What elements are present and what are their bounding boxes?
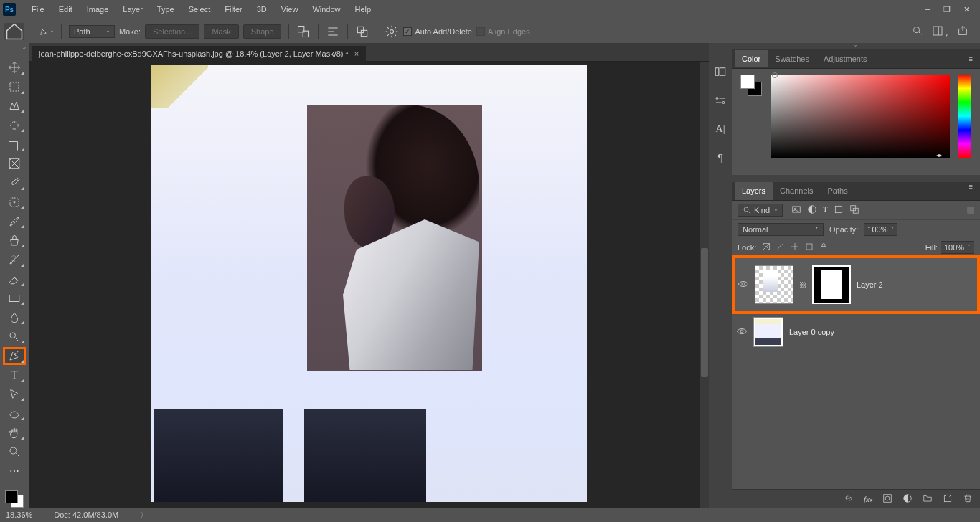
menu-edit[interactable]: Edit xyxy=(52,5,80,14)
marquee-tool[interactable] xyxy=(4,80,24,95)
edit-toolbar-icon[interactable]: ⋯ xyxy=(4,464,24,479)
tab-paths[interactable]: Paths xyxy=(821,182,855,200)
lock-artboard-icon[interactable] xyxy=(805,242,814,252)
doc-info[interactable]: Doc: 42.0M/83.0M xyxy=(54,511,118,519)
link-layers-icon[interactable] xyxy=(844,493,854,505)
blend-mode-select[interactable]: Normal▼ xyxy=(738,223,824,236)
healing-brush-tool[interactable] xyxy=(4,195,24,210)
color-picker[interactable] xyxy=(771,75,950,158)
lock-transparency-icon[interactable] xyxy=(762,242,771,252)
layer-name[interactable]: Layer 2 xyxy=(857,280,883,289)
filter-smart-icon[interactable] xyxy=(849,204,859,216)
color-panel-menu-icon[interactable]: ≡ xyxy=(969,54,977,63)
eraser-tool[interactable] xyxy=(4,272,24,287)
new-group-icon[interactable] xyxy=(923,493,933,505)
menu-layer[interactable]: Layer xyxy=(116,5,150,14)
close-tab-icon[interactable]: × xyxy=(354,49,359,58)
tab-swatches[interactable]: Swatches xyxy=(768,50,816,67)
zoom-tool[interactable] xyxy=(4,445,24,460)
menu-view[interactable]: View xyxy=(274,5,306,14)
vertical-scrollbar[interactable] xyxy=(700,62,709,508)
layer-row[interactable]: ⛓ Layer 2 xyxy=(732,255,980,314)
layer-mask-thumbnail[interactable] xyxy=(812,265,851,304)
pen-tool[interactable] xyxy=(4,348,24,364)
foreground-background-swatch[interactable] xyxy=(5,490,24,508)
share-icon[interactable] xyxy=(957,25,969,38)
window-close-icon[interactable]: ✕ xyxy=(963,5,970,14)
search-icon[interactable] xyxy=(912,25,923,38)
character-panel-icon[interactable]: A| xyxy=(713,122,727,136)
mask-link-icon[interactable]: ⛓ xyxy=(799,281,806,289)
collapse-panels-icon[interactable]: » xyxy=(732,43,980,49)
workspace-switcher-icon[interactable]: ▼ xyxy=(932,25,948,38)
layer-row[interactable]: Layer 0 copy xyxy=(732,314,980,350)
window-restore-icon[interactable]: ❐ xyxy=(943,5,951,14)
shape-tool[interactable] xyxy=(4,406,24,421)
home-button[interactable] xyxy=(4,23,24,40)
move-tool[interactable] xyxy=(4,60,24,75)
layer-style-icon[interactable]: fx▾ xyxy=(864,495,872,503)
type-tool[interactable] xyxy=(4,368,24,383)
layer-filter-kind[interactable]: Kind▼ xyxy=(738,204,783,217)
filter-pixel-icon[interactable] xyxy=(791,204,801,216)
align-edges-checkbox[interactable]: Align Edges xyxy=(476,27,530,36)
filter-adjustment-icon[interactable] xyxy=(807,204,817,216)
lock-all-icon[interactable] xyxy=(819,242,828,252)
new-layer-icon[interactable] xyxy=(943,493,953,505)
hand-tool[interactable] xyxy=(4,425,24,440)
make-mask-button[interactable]: Mask xyxy=(204,24,238,39)
layer-thumbnail[interactable] xyxy=(753,317,783,347)
menu-3d[interactable]: 3D xyxy=(250,5,274,14)
tab-channels[interactable]: Channels xyxy=(773,182,820,200)
tool-mode-select[interactable]: Path▼ xyxy=(69,25,115,38)
quick-select-tool[interactable] xyxy=(4,118,24,133)
path-alignment-icon[interactable] xyxy=(326,24,340,39)
fill-input[interactable]: 100%▼ xyxy=(941,241,974,254)
window-minimize-icon[interactable]: ─ xyxy=(925,5,930,14)
new-adjustment-layer-icon[interactable] xyxy=(903,493,913,505)
delete-layer-icon[interactable] xyxy=(963,493,973,505)
menu-help[interactable]: Help xyxy=(348,5,379,14)
document-tab[interactable]: jean-philippe-delberghe-exBd9GXAFhs-unsp… xyxy=(32,46,366,62)
filter-toggle[interactable] xyxy=(967,207,974,214)
lock-position-icon[interactable] xyxy=(791,242,799,252)
history-brush-tool[interactable] xyxy=(4,252,24,267)
eyedropper-tool[interactable] xyxy=(4,176,24,191)
make-selection-button[interactable]: Selection... xyxy=(145,24,199,39)
add-mask-icon[interactable] xyxy=(882,493,892,505)
tab-adjustments[interactable]: Adjustments xyxy=(816,50,875,67)
menu-image[interactable]: Image xyxy=(80,5,116,14)
color-foreground-background[interactable] xyxy=(740,75,762,96)
menu-file[interactable]: File xyxy=(24,5,52,14)
path-operations-icon[interactable] xyxy=(296,24,311,39)
history-panel-icon[interactable] xyxy=(713,65,727,79)
filter-shape-icon[interactable] xyxy=(834,204,844,216)
menu-filter[interactable]: Filter xyxy=(217,5,249,14)
gradient-tool[interactable] xyxy=(4,291,24,306)
layer-name[interactable]: Layer 0 copy xyxy=(789,328,834,336)
frame-tool[interactable] xyxy=(4,156,24,171)
path-arrangement-icon[interactable] xyxy=(355,24,369,39)
gear-icon[interactable] xyxy=(385,24,399,39)
tab-layers[interactable]: Layers xyxy=(735,182,773,200)
document-canvas[interactable] xyxy=(151,65,587,502)
auto-add-delete-checkbox[interactable]: ✓Auto Add/Delete xyxy=(403,27,472,36)
zoom-level[interactable]: 18.36% xyxy=(6,511,32,519)
layers-panel-menu-icon[interactable]: ≡ xyxy=(969,182,977,200)
make-shape-button[interactable]: Shape xyxy=(243,24,282,39)
tab-color[interactable]: Color xyxy=(735,50,768,67)
dodge-tool[interactable] xyxy=(4,329,24,344)
clone-stamp-tool[interactable] xyxy=(4,233,24,248)
lasso-tool[interactable] xyxy=(4,99,24,114)
lock-paint-icon[interactable] xyxy=(776,242,785,252)
layer-visibility-icon[interactable] xyxy=(736,326,748,338)
crop-tool[interactable] xyxy=(4,137,24,152)
filter-type-icon[interactable]: T xyxy=(823,204,828,216)
doc-info-menu-icon[interactable]: 〉 xyxy=(140,510,148,521)
paragraph-panel-icon[interactable]: ¶ xyxy=(713,151,727,165)
layer-visibility-icon[interactable] xyxy=(738,278,749,291)
hue-slider[interactable] xyxy=(958,75,971,158)
menu-type[interactable]: Type xyxy=(150,5,182,14)
path-select-tool[interactable] xyxy=(4,387,24,402)
opacity-input[interactable]: 100%▼ xyxy=(864,223,897,236)
